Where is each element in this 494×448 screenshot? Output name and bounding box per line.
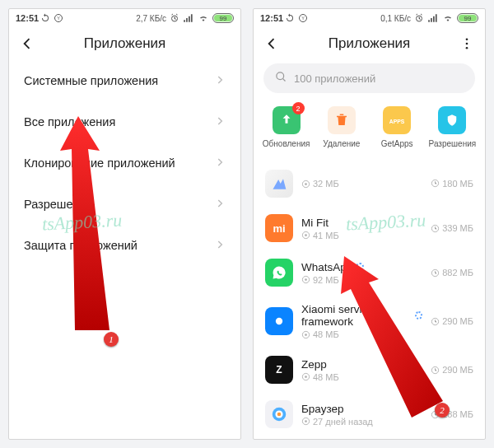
row-system-apps[interactable]: Системные приложения (9, 60, 240, 101)
svg-point-15 (305, 234, 307, 236)
yandex-icon: Y (54, 13, 63, 23)
page-header: Приложения (9, 27, 240, 60)
status-bar: 12:51 Y 0,1 КБ/с 99 (254, 9, 485, 27)
app-icon: mi (265, 214, 293, 242)
action-permissions[interactable]: Разрешения (426, 106, 478, 148)
chevron-right-icon (214, 239, 226, 253)
status-net-speed: 2,7 КБ/с (136, 14, 166, 23)
screen-2: 12:51 Y 0,1 КБ/с 99 Приложения (253, 8, 486, 440)
action-grid: 2 Обновления Удаление APPS GetApps Разре… (254, 101, 485, 161)
svg-point-30 (277, 413, 282, 417)
svg-point-6 (466, 38, 468, 40)
status-bar: 12:51 Y 2,7 КБ/с 99 (9, 9, 240, 27)
signal-icon (427, 13, 439, 23)
action-updates[interactable]: 2 Обновления (261, 106, 312, 148)
wifi-icon (198, 13, 209, 23)
chevron-right-icon (214, 156, 226, 170)
yandex-icon: Y (298, 13, 308, 23)
back-button[interactable] (14, 30, 40, 57)
app-icon (265, 170, 293, 198)
alarm-icon (414, 13, 424, 23)
page-title: Приложения (40, 35, 209, 52)
app-icon (265, 400, 293, 428)
svg-point-26 (305, 376, 307, 378)
row-clone-apps[interactable]: Клонирование приложений (9, 142, 240, 184)
loading-spinner-icon (415, 311, 422, 320)
app-list: 32 МБ 180 МБ mi Mi Fit 41 МБ 339 МБ What… (254, 161, 485, 436)
battery-indicator: 99 (457, 13, 478, 23)
svg-text:Y: Y (57, 16, 60, 21)
app-icon: Z (265, 356, 293, 384)
chevron-right-icon (214, 74, 226, 88)
getapps-icon: APPS (383, 106, 411, 134)
status-net-speed: 0,1 КБ/с (380, 14, 411, 23)
app-icon (265, 307, 293, 335)
disk-icon: 32 МБ (301, 179, 339, 189)
page-title: Приложения (285, 35, 454, 52)
loading-spinner-icon (356, 263, 364, 271)
app-icon (265, 259, 293, 287)
app-row-browser[interactable]: Браузер 27 дней назад 188 МБ (254, 392, 485, 436)
svg-point-23 (305, 334, 307, 336)
app-row-xsf[interactable]: Xiaomi service framework 48 МБ 290 МБ (254, 295, 485, 348)
row-all-apps[interactable]: Все приложения (9, 101, 240, 142)
svg-point-32 (305, 420, 307, 422)
app-row-mifit[interactable]: mi Mi Fit 41 МБ 339 МБ (254, 206, 485, 250)
clock-icon (431, 179, 440, 189)
sync-icon (285, 13, 295, 23)
row-app-protection[interactable]: Защита приложений (9, 225, 240, 266)
back-button[interactable] (259, 30, 285, 57)
alarm-icon (170, 13, 179, 23)
update-icon: 2 (273, 106, 301, 134)
annotation-marker-2: 2 (435, 403, 450, 418)
wifi-icon (442, 13, 454, 23)
chevron-right-icon (214, 115, 226, 129)
annotation-marker-1: 1 (104, 332, 119, 347)
sync-icon (40, 13, 50, 23)
action-uninstall[interactable]: Удаление (316, 106, 367, 148)
settings-list: Системные приложения Все приложения Клон… (9, 60, 240, 266)
svg-point-21 (276, 318, 282, 324)
svg-point-7 (466, 43, 468, 45)
battery-indicator: 99 (212, 13, 234, 23)
app-row-zepp[interactable]: Z Zepp 48 МБ 290 МБ (254, 348, 485, 392)
badge: 2 (292, 102, 305, 114)
menu-button[interactable] (454, 30, 480, 57)
page-header: Приложения (254, 27, 485, 60)
chevron-right-icon (214, 198, 226, 212)
svg-point-12 (305, 183, 307, 185)
search-input[interactable]: 100 приложений (263, 63, 475, 93)
svg-point-9 (277, 72, 284, 80)
svg-text:APPS: APPS (389, 119, 404, 124)
svg-text:Y: Y (301, 16, 305, 21)
screen-1: 12:51 Y 2,7 КБ/с 99 Приложения Системные (8, 8, 241, 440)
action-getapps[interactable]: APPS GetApps (371, 106, 422, 148)
svg-point-8 (466, 47, 468, 49)
signal-icon (183, 13, 194, 23)
search-icon (275, 71, 287, 86)
trash-icon (328, 106, 356, 134)
search-placeholder: 100 приложений (294, 72, 375, 85)
status-time: 12:51 (260, 13, 283, 23)
app-row[interactable]: 32 МБ 180 МБ (254, 161, 485, 206)
row-permissions[interactable]: Разрешения (9, 184, 240, 225)
status-time: 12:51 (16, 13, 39, 23)
shield-icon (438, 106, 466, 134)
svg-point-18 (305, 278, 307, 281)
app-row-whatsapp[interactable]: WhatsApp 92 МБ 882 МБ (254, 250, 485, 295)
